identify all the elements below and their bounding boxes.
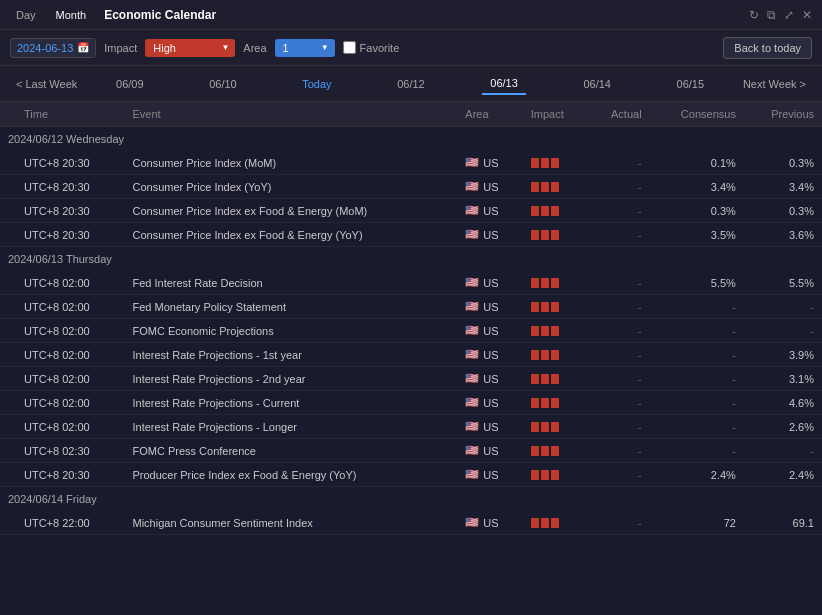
impact-bar <box>531 302 539 312</box>
flag-icon: 🇺🇸 <box>465 180 479 193</box>
nav-date-06-13[interactable]: 06/13 <box>482 73 526 95</box>
top-bar: Day Month Economic Calendar ↻ ⧉ ⤢ ✕ <box>0 0 822 30</box>
impact-bar <box>531 446 539 456</box>
nav-date-06-09[interactable]: 06/09 <box>108 74 152 94</box>
nav-date-Today[interactable]: Today <box>294 74 339 94</box>
event-actual: - <box>588 463 650 487</box>
impact-bar <box>541 206 549 216</box>
impact-bar <box>541 470 549 480</box>
indicator-header <box>0 102 16 127</box>
event-time: UTC+8 02:30 <box>16 439 124 463</box>
event-consensus: 2.4% <box>650 463 744 487</box>
close-icon[interactable]: ✕ <box>802 8 812 22</box>
event-time: UTC+8 20:30 <box>16 175 124 199</box>
event-previous: 3.1% <box>744 367 822 391</box>
table-row[interactable]: UTC+8 20:30 Consumer Price Index (YoY) 🇺… <box>0 175 822 199</box>
event-time: UTC+8 02:00 <box>16 415 124 439</box>
event-actual: - <box>588 175 650 199</box>
table-row[interactable]: UTC+8 22:00 Michigan Consumer Sentiment … <box>0 511 822 535</box>
table-row[interactable]: UTC+8 20:30 Consumer Price Index (MoM) 🇺… <box>0 151 822 175</box>
nav-date-06-12[interactable]: 06/12 <box>389 74 433 94</box>
impact-bar <box>541 398 549 408</box>
event-area: 🇺🇸 US <box>457 511 522 535</box>
event-time: UTC+8 02:00 <box>16 367 124 391</box>
event-consensus: - <box>650 295 744 319</box>
event-area: 🇺🇸 US <box>457 367 522 391</box>
event-actual: - <box>588 511 650 535</box>
window-icon[interactable]: ⧉ <box>767 8 776 22</box>
table-row[interactable]: UTC+8 02:00 Fed Interest Rate Decision 🇺… <box>0 271 822 295</box>
area-code: US <box>483 325 498 337</box>
table-row[interactable]: UTC+8 02:00 Interest Rate Projections - … <box>0 415 822 439</box>
event-previous: 3.9% <box>744 343 822 367</box>
event-impact <box>523 199 588 223</box>
favorite-checkbox[interactable]: Favorite <box>343 41 400 54</box>
table-row[interactable]: UTC+8 02:00 Interest Rate Projections - … <box>0 391 822 415</box>
table-row[interactable]: UTC+8 20:30 Consumer Price Index ex Food… <box>0 199 822 223</box>
section-header: 2024/06/12 Wednesday <box>0 127 822 152</box>
event-previous: 2.6% <box>744 415 822 439</box>
area-code: US <box>483 421 498 433</box>
table-row[interactable]: UTC+8 02:30 FOMC Press Conference 🇺🇸 US … <box>0 439 822 463</box>
nav-date-06-10[interactable]: 06/10 <box>201 74 245 94</box>
event-name: FOMC Press Conference <box>124 439 457 463</box>
impact-bar <box>551 446 559 456</box>
impact-bar <box>551 326 559 336</box>
area-select-wrapper: 1 2 3 ▼ <box>275 39 335 57</box>
impact-bar <box>551 350 559 360</box>
event-consensus: - <box>650 391 744 415</box>
refresh-icon[interactable]: ↻ <box>749 8 759 22</box>
nav-date-06-15[interactable]: 06/15 <box>669 74 713 94</box>
area-select[interactable]: 1 2 3 <box>275 39 335 57</box>
impact-bar <box>541 350 549 360</box>
event-previous: 3.6% <box>744 223 822 247</box>
impact-bar <box>541 278 549 288</box>
area-label: Area <box>243 42 266 54</box>
event-actual: - <box>588 391 650 415</box>
nav-next-button[interactable]: Next Week > <box>737 74 812 94</box>
row-indicator <box>0 175 16 199</box>
event-impact <box>523 511 588 535</box>
row-indicator <box>0 151 16 175</box>
table-row[interactable]: UTC+8 02:00 FOMC Economic Projections 🇺🇸… <box>0 319 822 343</box>
tab-month[interactable]: Month <box>50 7 93 23</box>
table-row[interactable]: UTC+8 20:30 Producer Price Index ex Food… <box>0 463 822 487</box>
event-area: 🇺🇸 US <box>457 319 522 343</box>
event-actual: - <box>588 223 650 247</box>
event-time: UTC+8 02:00 <box>16 343 124 367</box>
event-consensus: 72 <box>650 511 744 535</box>
event-previous: - <box>744 319 822 343</box>
impact-bar <box>551 518 559 528</box>
tab-day[interactable]: Day <box>10 7 42 23</box>
table-row[interactable]: UTC+8 02:00 Interest Rate Projections - … <box>0 367 822 391</box>
section-header: 2024/06/14 Friday <box>0 487 822 512</box>
event-impact <box>523 271 588 295</box>
table-row[interactable]: UTC+8 02:00 Fed Monetary Policy Statemen… <box>0 295 822 319</box>
consensus-header: Consensus <box>650 102 744 127</box>
nav-prev-button[interactable]: < Last Week <box>10 74 83 94</box>
favorite-label: Favorite <box>360 42 400 54</box>
impact-bar <box>551 278 559 288</box>
impact-bar <box>531 470 539 480</box>
impact-bar <box>531 398 539 408</box>
date-input[interactable]: 2024-06-13 📅 <box>10 38 96 58</box>
impact-bar <box>551 158 559 168</box>
event-previous: - <box>744 295 822 319</box>
event-consensus: 5.5% <box>650 271 744 295</box>
event-consensus: - <box>650 343 744 367</box>
table-row[interactable]: UTC+8 20:30 Consumer Price Index ex Food… <box>0 223 822 247</box>
table-row[interactable]: UTC+8 02:00 Interest Rate Projections - … <box>0 343 822 367</box>
back-to-today-button[interactable]: Back to today <box>723 37 812 59</box>
expand-icon[interactable]: ⤢ <box>784 8 794 22</box>
impact-select[interactable]: High Medium Low <box>145 39 235 57</box>
table-header-row: Time Event Area Impact Actual Consensus … <box>0 102 822 127</box>
area-code: US <box>483 229 498 241</box>
favorite-checkbox-input[interactable] <box>343 41 356 54</box>
event-consensus: - <box>650 367 744 391</box>
event-area: 🇺🇸 US <box>457 391 522 415</box>
area-code: US <box>483 397 498 409</box>
impact-header: Impact <box>523 102 588 127</box>
event-consensus: - <box>650 415 744 439</box>
nav-date-06-14[interactable]: 06/14 <box>575 74 619 94</box>
event-time: UTC+8 20:30 <box>16 463 124 487</box>
